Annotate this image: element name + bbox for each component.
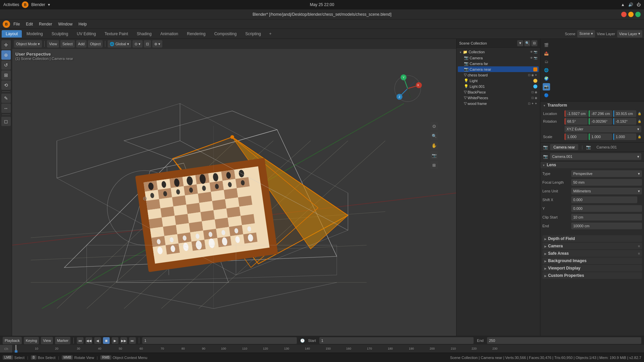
tab-uv-editing[interactable]: UV Editing bbox=[73, 30, 100, 38]
jump-to-start-button[interactable]: ⏮ bbox=[77, 337, 84, 344]
rotate-tool-button[interactable]: ↺ bbox=[1, 60, 11, 70]
wp-data-icon[interactable]: ⊡ bbox=[531, 96, 534, 100]
tree-item-light[interactable]: 💡 Light bbox=[458, 78, 539, 83]
outliner-filter2-button[interactable]: ⊟ bbox=[531, 40, 537, 46]
measure-tool-button[interactable]: ↔ bbox=[1, 104, 11, 113]
move-tool-button[interactable]: ⊕ bbox=[1, 50, 11, 60]
timeline-track[interactable]: Ch 1 10 20 30 40 50 60 70 80 90 100 110 bbox=[0, 345, 644, 353]
transform-space-selector[interactable]: 🌐 Global ▾ bbox=[108, 40, 131, 48]
blender-logo-icon[interactable]: B bbox=[22, 1, 29, 8]
camera-object-dropdown[interactable]: Camera.001 ▾ bbox=[550, 153, 641, 160]
rotation-mode-dropdown[interactable]: XYZ Euler ▾ bbox=[565, 126, 641, 132]
tree-item-black-piece[interactable]: ▽ BlackPiece ⊡ ◉ bbox=[458, 89, 539, 95]
rotation-lock-icon[interactable]: 🔒 bbox=[638, 120, 641, 123]
tree-item-light-001[interactable]: 💡 Light.001 bbox=[458, 83, 539, 89]
app-name-label[interactable]: Blender bbox=[31, 2, 45, 7]
keying-menu-btn[interactable]: Keying bbox=[24, 337, 39, 344]
location-y-field[interactable]: -87.296 cm bbox=[589, 110, 612, 117]
lens-header[interactable]: Lens bbox=[540, 162, 644, 168]
render-menu[interactable]: Render bbox=[36, 21, 55, 27]
playback-menu-btn[interactable]: Playback bbox=[3, 337, 22, 344]
tree-item-collection[interactable]: 📁 Collection 👁 📷 bbox=[458, 49, 539, 55]
clip-end-field[interactable]: 10000 cm bbox=[571, 223, 642, 229]
lens-unit-dropdown[interactable]: Millimeters ▾ bbox=[571, 188, 642, 194]
stop-button[interactable]: ⏹ bbox=[103, 337, 110, 344]
help-menu[interactable]: Help bbox=[76, 21, 90, 27]
rotation-z-field[interactable]: -0.192° bbox=[613, 118, 636, 125]
tab-rendering[interactable]: Rendering bbox=[183, 30, 209, 38]
prev-frame-button[interactable]: ◀◀ bbox=[86, 337, 92, 344]
tree-item-camera-far[interactable]: 📷 Camera far bbox=[458, 61, 539, 66]
cb-data-icon[interactable]: ⊡ bbox=[528, 73, 531, 77]
add-object-button[interactable]: ◻ bbox=[1, 117, 11, 126]
window-close-button[interactable] bbox=[621, 12, 627, 17]
wf-rig-icon[interactable]: ✦ bbox=[531, 102, 534, 105]
tab-compositing[interactable]: Compositing bbox=[210, 30, 241, 38]
vis-render-icon[interactable]: 📷 bbox=[534, 50, 537, 54]
jump-to-end-button[interactable]: ⏭ bbox=[129, 337, 136, 344]
add-workspace-button[interactable]: ＋ bbox=[266, 29, 275, 38]
prop-tab-render[interactable]: 🎬 bbox=[543, 41, 550, 49]
window-menu[interactable]: Window bbox=[55, 21, 75, 27]
blender-menu-logo[interactable]: B bbox=[3, 20, 10, 28]
start-frame-field[interactable]: 1 bbox=[319, 337, 474, 344]
tree-item-wood-frame[interactable]: ▽ wood frame ⊡ ✦ ✦ bbox=[458, 101, 539, 106]
background-images-header[interactable]: Background Images bbox=[542, 257, 642, 264]
shift-x-field[interactable]: 0.000 bbox=[571, 196, 637, 203]
wf-data-icon[interactable]: ⊡ bbox=[528, 102, 531, 105]
object-menu-btn[interactable]: Object bbox=[88, 40, 103, 48]
scale-y-field[interactable]: 1.000 bbox=[589, 133, 612, 140]
scale-lock-icon[interactable]: 🔒 bbox=[638, 135, 641, 138]
proportional-edit-button[interactable]: ⊚ ▾ bbox=[152, 40, 162, 48]
bp-mat-icon[interactable]: ◉ bbox=[535, 90, 537, 94]
transform-tool-button[interactable]: ⟲ bbox=[1, 80, 11, 90]
cam-tab-near[interactable]: Camera near bbox=[550, 144, 578, 150]
safe-areas-header[interactable]: Safe Areas ≡ bbox=[542, 250, 642, 257]
tab-layout[interactable]: Layout bbox=[2, 30, 22, 38]
annotate-tool-button[interactable]: ✎ bbox=[1, 94, 11, 103]
viewport[interactable]: Object Mode ▾ View Select Add Object 🌐 G… bbox=[12, 39, 456, 336]
wp-mat-icon[interactable]: ◉ bbox=[535, 96, 537, 100]
scale-x-field[interactable]: 1.000 bbox=[565, 133, 588, 140]
object-mode-selector[interactable]: Object Mode ▾ bbox=[14, 40, 42, 48]
end-frame-field[interactable]: 250 bbox=[487, 337, 641, 344]
window-minimize-button[interactable] bbox=[628, 12, 634, 17]
window-maximize-button[interactable] bbox=[635, 12, 641, 17]
app-menu-arrow[interactable]: ▾ bbox=[48, 2, 50, 7]
tab-scripting[interactable]: Scripting bbox=[241, 30, 265, 38]
edit-menu[interactable]: Edit bbox=[23, 21, 36, 27]
next-frame-button[interactable]: ▶▶ bbox=[120, 337, 127, 344]
clip-start-field[interactable]: 10 cm bbox=[571, 214, 642, 221]
rotation-y-field[interactable]: -0.00296° bbox=[589, 118, 612, 125]
view-menu-btn[interactable]: View bbox=[47, 40, 59, 48]
file-menu[interactable]: File bbox=[11, 21, 22, 27]
wf-extra-icon[interactable]: ✦ bbox=[535, 102, 537, 105]
prop-tab-view-layer[interactable]: 🗂 bbox=[543, 58, 550, 65]
tab-animation[interactable]: Animation bbox=[156, 30, 182, 38]
custom-properties-header[interactable]: Custom Properties bbox=[542, 272, 642, 279]
current-frame-field[interactable]: 1 bbox=[142, 337, 297, 344]
activities-label[interactable]: Activities bbox=[3, 2, 19, 7]
focal-length-field[interactable]: 50 mm bbox=[571, 179, 642, 186]
location-lock-icon[interactable]: 🔒 bbox=[638, 112, 641, 115]
outliner-filter-button[interactable]: ▼ bbox=[517, 40, 523, 46]
vis-eye-icon[interactable]: 👁 bbox=[530, 50, 533, 54]
prop-tab-material[interactable]: 🔵 bbox=[543, 92, 550, 99]
tab-shading[interactable]: Shading bbox=[133, 30, 156, 38]
tab-modeling[interactable]: Modeling bbox=[22, 30, 47, 38]
cursor-tool-button[interactable]: ✛ bbox=[1, 40, 11, 50]
play-back-button[interactable]: ◀ bbox=[94, 337, 101, 344]
tab-sculpting[interactable]: Sculpting bbox=[48, 30, 72, 38]
camera-eye-icon[interactable]: 👁 bbox=[530, 56, 533, 60]
bp-data-icon[interactable]: ⊡ bbox=[531, 90, 534, 94]
view-layer-selector[interactable]: View Layer ▾ bbox=[617, 30, 642, 38]
marker-menu-btn[interactable]: Marker bbox=[55, 337, 70, 344]
cam-tab-001[interactable]: Camera.001 bbox=[593, 144, 620, 150]
camera-render-icon[interactable]: 📷 bbox=[534, 56, 537, 60]
scale-z-field[interactable]: 1.000 bbox=[613, 133, 636, 140]
location-z-field[interactable]: 33.915 cm bbox=[613, 110, 636, 117]
cb-rig-icon[interactable]: ✦ bbox=[535, 73, 537, 77]
lens-type-dropdown[interactable]: Perspective ▾ bbox=[571, 170, 642, 177]
snap-button[interactable]: ⊡ bbox=[144, 40, 151, 48]
rotation-x-field[interactable]: 68.5° bbox=[565, 118, 588, 125]
